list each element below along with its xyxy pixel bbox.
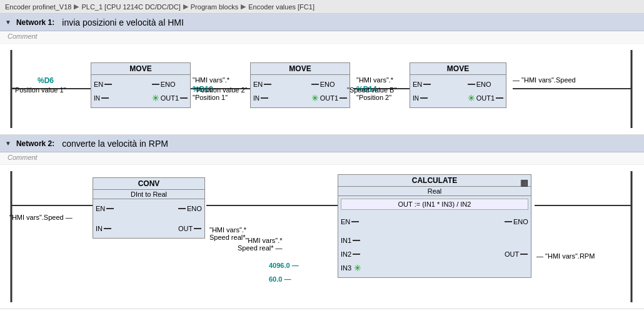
calc-in3-label: 60.0 — [269,275,291,283]
move-block-2-en-pin: EN [253,79,277,90]
breadcrumb-part-3: Program blocks [191,3,238,11]
conv-block: CONV DInt to Real EN IN [93,177,205,239]
calc-block-subtitle: Real [338,187,531,196]
move-block-1-d6-label: %D6 [38,76,54,85]
move-block-3-hmivars-speed-label: — "HMI vars".Speed [513,76,576,84]
calc-in2-pin: IN2 [341,249,365,260]
breadcrumb-sep-3: ▶ [241,2,246,11]
network-1-header[interactable]: ▼ Network 1: invia posizioni e velocità … [0,14,644,31]
network-1-label: Network 1: [16,18,54,27]
calc-block: CALCULATE Real ▦ OUT := (IN1 * IN3) / IN… [338,174,531,278]
breadcrumb-part-1: Encoder profinet_V18 [5,3,71,11]
calc-in1-label: "HMI vars".* Speed real* — [238,237,283,252]
move-block-1-hmivars-label: "HMI vars".* [193,76,229,84]
network-1-title: invia posizioni e velocità al HMI [62,17,184,27]
calc-out-pin: OUT [505,249,528,260]
conv-block-title: CONV [93,178,204,190]
move-block-1-position1-label: "Position 1" [193,94,228,101]
conv-in-pin: IN [96,223,119,234]
network-2-content: CONV DInt to Real EN IN [0,165,644,309]
move-block-1-in-pin: IN [94,92,118,104]
calc-formula: OUT := (IN1 * IN3) / IN2 [341,199,528,210]
network-2-label: Network 2: [16,139,54,148]
calc-block-title: CALCULATE [338,175,531,187]
move-block-2-in-pin: IN [253,92,277,104]
move-block-1-title: MOVE [91,63,190,75]
network-2: ▼ Network 2: converte la velocità in RPM… [0,135,644,309]
network-1-collapse[interactable]: ▼ [5,19,11,26]
network-2-collapse[interactable]: ▼ [5,140,11,147]
move-block-3: MOVE EN IN [410,62,506,108]
conv-eno-pin: ENO [178,203,202,214]
move-block-3-out1-pin: ✳ OUT1 [468,92,503,104]
breadcrumb-part-2: PLC_1 [CPU 1214C DC/DC/DC] [81,3,180,11]
conv-out-pin: OUT [178,223,201,234]
move-block-2: MOVE EN IN [250,62,350,108]
move-block-1-en-pin: EN [94,79,118,90]
breadcrumb-sep-2: ▶ [183,2,188,11]
calc-eno-pin: ENO [505,216,528,227]
move-block-1-out1-pin: ✳ OUT1 [152,92,188,104]
move-block-3-eno-pin: ENO [468,79,491,90]
calc-out-label: — "HMI vars".RPM [536,252,595,260]
move-block-2-out1-pin: ✳ OUT1 [311,92,347,104]
network-1-comment[interactable]: Comment [0,31,644,44]
move-block-3-in-pin: IN [413,92,436,104]
move-block-1: MOVE EN IN [91,62,191,108]
network-2-comment[interactable]: Comment [0,152,644,165]
move-block-2-pos2-label: "Position value 2" [194,86,247,94]
calc-icon[interactable]: ▦ [520,177,528,187]
breadcrumb: Encoder profinet_V18 ▶ PLC_1 [CPU 1214C … [0,0,644,14]
move-block-2-title: MOVE [251,63,350,75]
move-block-1-pos1-label: "Position value 1" [13,86,66,94]
calc-in1-pin: IN1 [341,235,365,246]
network-2-header[interactable]: ▼ Network 2: converte la velocità in RPM [0,135,644,152]
network-2-title: converte la velocità in RPM [62,139,168,149]
conv-en-pin: EN [96,203,119,214]
conv-block-subtitle: DInt to Real [93,190,204,199]
move-block-1-eno-pin: ENO [152,79,176,90]
conv-hmivars-speed-label: "HMI vars".Speed — [9,214,73,221]
move-block-2-position2-label: "Position 2" [356,94,391,101]
move-block-3-en-pin: EN [413,79,436,90]
move-block-2-hmivars-label: "HMI vars".* [356,76,393,84]
move-block-3-title: MOVE [410,63,506,75]
calc-in3-pin: IN3 ✳ [341,262,365,274]
breadcrumb-sep-1: ▶ [74,2,79,11]
network-1: ▼ Network 1: invia posizioni e velocità … [0,14,644,135]
calc-en-pin: EN [341,216,365,227]
move-block-2-eno-pin: ENO [311,79,335,90]
calc-in2-label: 4096.0 — [269,262,299,269]
breadcrumb-part-4: Encoder values [FC1] [248,3,314,11]
move-block-3-speedB-label: "Speed value B" [347,86,396,94]
network-1-content: MOVE EN IN [0,44,644,134]
